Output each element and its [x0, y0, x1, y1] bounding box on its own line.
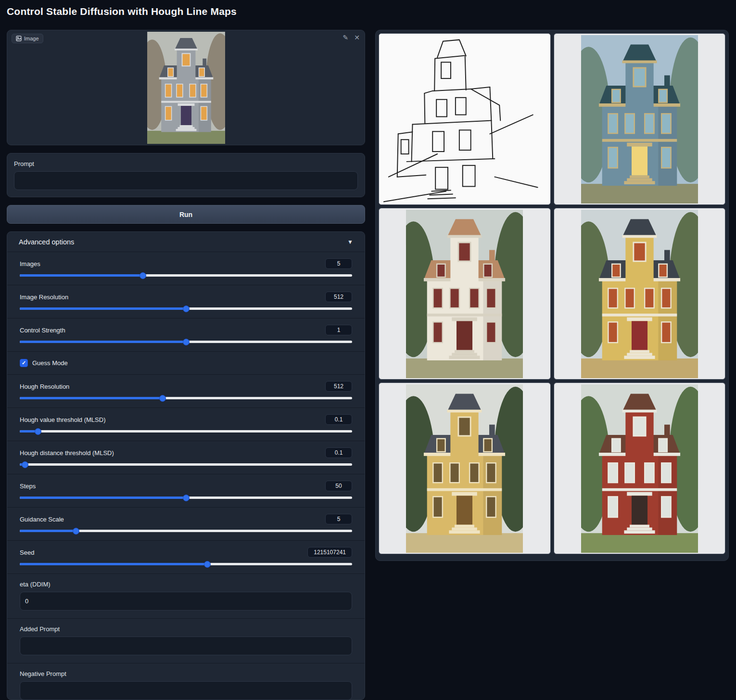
slider-number-input[interactable]: 5	[325, 514, 352, 524]
slider-label: Guidance Scale	[20, 516, 64, 523]
eta-label: eta (DDIM)	[20, 581, 352, 588]
slider-thumb[interactable]	[204, 561, 211, 568]
slider-group-images: Images 5	[7, 252, 365, 285]
advanced-options-header[interactable]: Advanced options ▼	[7, 232, 365, 252]
edit-icon[interactable]: ✎	[343, 34, 349, 41]
slider-thumb[interactable]	[183, 495, 190, 501]
slider-thumb[interactable]	[22, 461, 28, 468]
slider-number-input[interactable]: 0.1	[325, 414, 352, 425]
slider-track[interactable]	[20, 563, 352, 565]
prompt-input[interactable]	[14, 171, 358, 190]
page-title: Control Stable Diffusion with Hough Line…	[7, 6, 237, 17]
generated-image-mustard	[581, 210, 698, 378]
generated-image-blue	[581, 35, 698, 204]
check-icon: ✓	[22, 360, 26, 366]
slider-label: Hough value threshold (MLSD)	[20, 416, 105, 423]
slider-track[interactable]	[20, 307, 352, 310]
gallery-item-line-map[interactable]	[379, 33, 551, 205]
slider-group-hough-distance-threshold: Hough distance threshold (MLSD) 0.1	[7, 441, 365, 474]
slider-thumb[interactable]	[73, 528, 79, 535]
slider-label: Images	[20, 260, 40, 267]
slider-track[interactable]	[20, 397, 352, 399]
negative-prompt-input[interactable]	[20, 681, 352, 700]
slider-group-steps: Steps 50	[7, 474, 365, 507]
slider-thumb[interactable]	[183, 339, 190, 345]
eta-field: eta (DDIM)	[7, 573, 365, 618]
slider-fill	[20, 430, 38, 433]
input-image[interactable]	[147, 32, 225, 144]
slider-label: Image Resolution	[20, 293, 68, 301]
image-toolbar: ✎ ✕	[343, 34, 360, 41]
slider-number-input[interactable]: 512	[325, 381, 352, 392]
slider-number-input[interactable]: 5	[325, 258, 352, 269]
slider-fill	[20, 530, 76, 532]
slider-fill	[20, 397, 163, 399]
guess-mode-checkbox[interactable]: ✓	[20, 359, 28, 367]
gallery-item[interactable]	[554, 382, 726, 554]
slider-number-input[interactable]: 1215107241	[307, 547, 352, 558]
generated-image-red-brick	[581, 384, 698, 553]
slider-group-image-resolution: Image Resolution 512	[7, 285, 365, 318]
hough-line-map-image	[379, 34, 550, 204]
input-image-panel: Image ✎ ✕	[7, 30, 365, 145]
slider-group-guidance-scale: Guidance Scale 5	[7, 507, 365, 540]
slider-number-input[interactable]: 0.1	[325, 447, 352, 458]
slider-fill	[20, 307, 186, 310]
slider-thumb[interactable]	[159, 395, 166, 402]
slider-thumb[interactable]	[35, 428, 41, 435]
slider-label: Steps	[20, 483, 36, 490]
guess-mode-row: ✓ Guess Mode	[7, 351, 365, 374]
eta-input[interactable]	[20, 592, 352, 611]
slider-track[interactable]	[20, 496, 352, 499]
slider-group-seed: Seed 1215107241	[7, 540, 365, 573]
image-label: Image	[24, 36, 39, 41]
slider-fill	[20, 274, 143, 277]
chevron-down-icon[interactable]: ▼	[347, 239, 353, 245]
added-prompt-field: Added Prompt	[7, 618, 365, 663]
slider-label: Seed	[20, 549, 34, 556]
slider-label: Control Strength	[20, 327, 65, 334]
gallery-item[interactable]	[554, 33, 726, 205]
negative-prompt-field: Negative Prompt	[7, 663, 365, 700]
control-column: Image ✎ ✕ Prompt Run Advanced options ▼ …	[7, 30, 365, 700]
slider-number-input[interactable]: 512	[325, 292, 352, 302]
slider-group-control-strength: Control Strength 1	[7, 318, 365, 351]
image-icon	[16, 36, 22, 41]
slider-track[interactable]	[20, 274, 352, 277]
gallery-item[interactable]	[379, 382, 551, 554]
slider-fill	[20, 341, 186, 343]
image-label-chip: Image	[12, 34, 43, 43]
slider-track[interactable]	[20, 463, 352, 466]
slider-group-hough-value-threshold: Hough value threshold (MLSD) 0.1	[7, 407, 365, 441]
slider-track[interactable]	[20, 530, 352, 532]
added-prompt-label: Added Prompt	[20, 625, 352, 633]
results-gallery	[375, 30, 729, 561]
slider-thumb[interactable]	[183, 305, 190, 312]
prompt-label: Prompt	[14, 160, 358, 167]
added-prompt-input[interactable]	[20, 636, 352, 655]
slider-fill	[20, 496, 186, 499]
slider-thumb[interactable]	[140, 272, 146, 279]
run-button[interactable]: Run	[7, 205, 365, 224]
prompt-panel: Prompt	[7, 153, 365, 197]
slider-fill	[20, 463, 25, 466]
advanced-options-title: Advanced options	[19, 238, 74, 246]
slider-fill	[20, 563, 207, 565]
slider-track[interactable]	[20, 341, 352, 343]
slider-label: Hough distance threshold (MLSD)	[20, 449, 114, 457]
generated-image-white	[406, 210, 523, 378]
clear-icon[interactable]: ✕	[354, 34, 360, 41]
negative-prompt-label: Negative Prompt	[20, 670, 352, 677]
gallery-item[interactable]	[379, 208, 551, 380]
generated-image-golden	[406, 384, 523, 553]
guess-mode-label: Guess Mode	[32, 359, 68, 367]
gallery-item[interactable]	[554, 208, 726, 380]
slider-group-hough-resolution: Hough Resolution 512	[7, 374, 365, 407]
slider-number-input[interactable]: 50	[325, 481, 352, 491]
slider-number-input[interactable]: 1	[325, 325, 352, 335]
advanced-options-panel: Advanced options ▼ Images 5 Image Resolu…	[7, 231, 365, 700]
slider-label: Hough Resolution	[20, 383, 69, 390]
slider-track[interactable]	[20, 430, 352, 433]
